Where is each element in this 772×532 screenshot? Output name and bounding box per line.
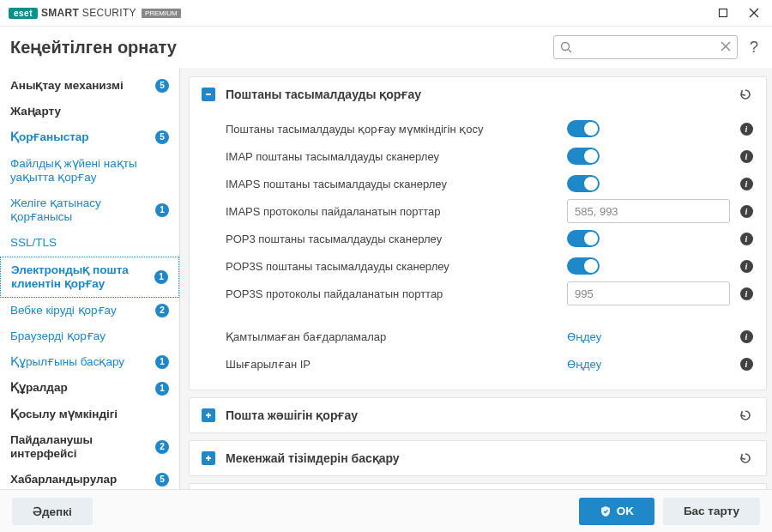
sidebar-item-label: Қорғаныстар: [10, 130, 150, 144]
edit-link[interactable]: Өңдеу: [567, 330, 601, 343]
page-header: Кеңейтілген орнату ?: [0, 27, 772, 68]
badge: 1: [155, 203, 169, 217]
window-maximize-button[interactable]: [710, 3, 736, 23]
sidebar-item-label: Хабарландырулар: [10, 473, 150, 487]
revert-icon[interactable]: [737, 86, 754, 103]
info-icon[interactable]: i: [739, 148, 754, 164]
search-input[interactable]: [576, 41, 716, 54]
svg-point-1: [562, 43, 570, 51]
brand-tag: PREMIUM: [142, 9, 181, 18]
toggle-switch[interactable]: [567, 175, 600, 192]
setting-label: POP3S поштаны тасымалдауды сканерлеу: [226, 260, 558, 273]
sidebar-item-13[interactable]: Хабарландырулар5: [0, 467, 179, 489]
badge: 5: [155, 130, 169, 144]
panel-collapsed-1: Мекенжай тізімдерін басқару: [189, 440, 767, 476]
badge: 5: [155, 473, 169, 487]
sidebar-item-11[interactable]: Қосылу мүмкіндігі: [0, 402, 179, 427]
sidebar-item-label: Браузерді қорғау: [10, 329, 169, 343]
sidebar-item-label: Вебке кіруді қорғау: [10, 304, 150, 317]
toggle-switch[interactable]: [567, 230, 600, 247]
panel-header[interactable]: ThreatSense: [190, 484, 766, 489]
info-icon[interactable]: i: [739, 356, 754, 372]
sidebar-item-5[interactable]: SSL/TLS: [0, 230, 179, 256]
default-button[interactable]: Әдепкі: [12, 498, 93, 525]
info-icon[interactable]: i: [739, 231, 754, 246]
sidebar-item-label: Құрылғыны басқару: [10, 355, 150, 369]
brand-text: SMART SECURITY: [41, 7, 136, 19]
setting-label: Қамтылмаған бағдарламалар: [226, 330, 558, 343]
panel-header[interactable]: Поштаны тасымалдауды қорғау: [190, 77, 766, 112]
setting-row: IMAPS поштаны тасымалдауды сканерлеуi: [226, 170, 754, 197]
setting-row: POP3S протоколы пайдаланатын порттарi: [226, 280, 754, 307]
sidebar-item-label: Желіге қатынасу қорғанысы: [10, 196, 150, 224]
window-close-button[interactable]: [741, 3, 767, 23]
ports-input[interactable]: [567, 199, 730, 223]
footer: Әдепкі OK Бас тарту: [0, 489, 772, 532]
sidebar-item-label: Анықтау механизмі: [10, 79, 150, 93]
badge: 2: [155, 440, 169, 454]
setting-row: Поштаны тасымалдауды қорғау мүмкіндігін …: [226, 115, 754, 142]
setting-label: IMAPS поштаны тасымалдауды сканерлеу: [226, 178, 558, 190]
cancel-button[interactable]: Бас тарту: [663, 498, 760, 525]
badge: 2: [155, 304, 169, 317]
expand-icon: [202, 408, 215, 422]
setting-label: Поштаны тасымалдауды қорғау мүмкіндігін …: [226, 123, 558, 136]
sidebar-item-label: SSL/TLS: [10, 236, 169, 250]
setting-row: Қамтылмаған бағдарламаларӨңдеуi: [226, 323, 754, 350]
panel-header[interactable]: Пошта жәшігін қорғау: [190, 398, 766, 432]
panel-collapsed-0: Пошта жәшігін қорғау: [189, 397, 767, 433]
panel-header[interactable]: Мекенжай тізімдерін басқару: [190, 441, 766, 475]
info-icon[interactable]: i: [739, 258, 754, 274]
panel-title: Мекенжай тізімдерін басқару: [226, 451, 727, 465]
setting-row: POP3 поштаны тасымалдауды сканерлеуi: [226, 225, 754, 252]
sidebar-item-0[interactable]: Анықтау механизмі5: [0, 73, 179, 99]
content-area: Поштаны тасымалдауды қорғау Поштаны тасы…: [180, 68, 772, 489]
search-input-wrap[interactable]: [553, 35, 738, 59]
shield-icon: [600, 505, 612, 517]
sidebar-item-label: Файлдық жүйені нақты уақытта қорғау: [10, 157, 169, 184]
sidebar-item-7[interactable]: Вебке кіруді қорғау2: [0, 298, 179, 323]
sidebar-item-label: Жаңарту: [10, 105, 169, 118]
ports-input[interactable]: [567, 281, 730, 305]
sidebar-item-label: Пайдаланушы интерфейсі: [10, 433, 150, 461]
sidebar-item-label: Құралдар: [10, 381, 150, 395]
svg-rect-0: [720, 9, 727, 17]
sidebar-item-3[interactable]: Файлдық жүйені нақты уақытта қорғау: [0, 151, 179, 190]
revert-icon[interactable]: [737, 450, 754, 467]
sidebar-item-10[interactable]: Құралдар1: [0, 375, 179, 401]
sidebar-item-6[interactable]: Электрондық пошта клиентін қорғау1: [0, 257, 179, 298]
info-icon[interactable]: i: [739, 203, 754, 219]
clear-search-icon[interactable]: [720, 40, 732, 56]
badge: 1: [155, 355, 169, 369]
brand-badge: eset: [9, 8, 38, 19]
setting-label: POP3S протоколы пайдаланатын порттар: [226, 287, 558, 300]
badge: 1: [155, 382, 169, 396]
panel-mail-transport-protection: Поштаны тасымалдауды қорғау Поштаны тасы…: [189, 76, 767, 390]
info-icon[interactable]: i: [739, 121, 754, 136]
toggle-switch[interactable]: [567, 257, 600, 275]
setting-label: POP3 поштаны тасымалдауды сканерлеу: [226, 233, 558, 245]
revert-icon[interactable]: [737, 407, 754, 424]
edit-link[interactable]: Өңдеу: [567, 358, 601, 371]
info-icon[interactable]: i: [739, 286, 754, 301]
setting-label: IMAPS протоколы пайдаланатын порттар: [226, 205, 558, 218]
sidebar-item-9[interactable]: Құрылғыны басқару1: [0, 349, 179, 375]
titlebar: eset SMART SECURITY PREMIUM: [0, 0, 772, 26]
sidebar-item-8[interactable]: Браузерді қорғау: [0, 323, 179, 349]
info-icon[interactable]: i: [739, 176, 754, 191]
toggle-switch[interactable]: [567, 120, 600, 137]
toggle-switch[interactable]: [567, 148, 600, 165]
ok-button[interactable]: OK: [579, 498, 654, 525]
help-button[interactable]: ?: [746, 39, 762, 57]
sidebar-item-1[interactable]: Жаңарту: [0, 99, 179, 124]
sidebar-item-12[interactable]: Пайдаланушы интерфейсі2: [0, 427, 179, 467]
page-title: Кеңейтілген орнату: [10, 37, 177, 57]
panel-collapsed-2: ThreatSense: [189, 483, 767, 489]
info-icon[interactable]: i: [739, 329, 754, 344]
sidebar-item-label: Қосылу мүмкіндігі: [10, 408, 169, 421]
setting-label: IMAP поштаны тасымалдауды сканерлеу: [226, 150, 558, 163]
sidebar-item-4[interactable]: Желіге қатынасу қорғанысы1: [0, 190, 179, 230]
search-icon: [559, 40, 573, 57]
setting-row: Шығарылған IPӨңдеуi: [226, 350, 754, 378]
sidebar-item-2[interactable]: Қорғаныстар5: [0, 124, 179, 150]
